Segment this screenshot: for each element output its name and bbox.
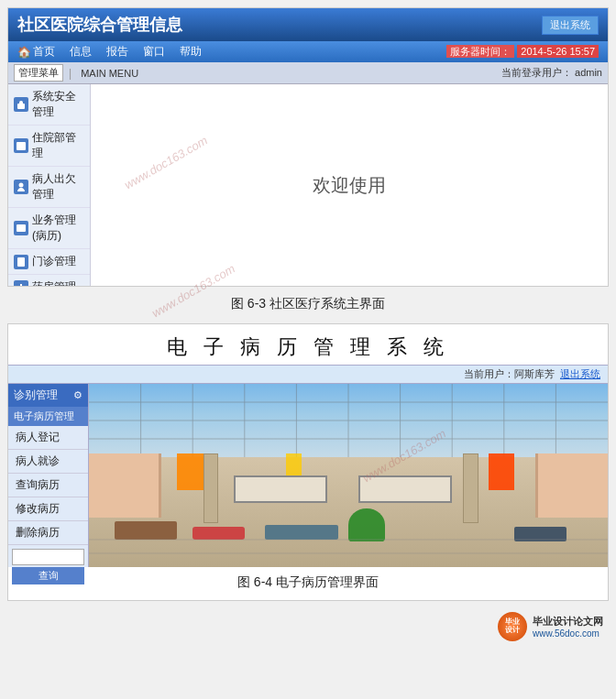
app-sidebar: 系统安全管理 住院部管理 病人出欠管理 业务管理(病历): [8, 84, 91, 286]
svg-rect-3: [16, 224, 26, 232]
sidebar-item-outpatient[interactable]: 门诊管理: [8, 249, 90, 275]
security-icon: [14, 97, 28, 112]
emr-section-header[interactable]: 诊别管理 ⚙: [8, 384, 88, 407]
hospital-interior-image: [89, 384, 608, 567]
emr-item-edit[interactable]: 修改病历: [8, 497, 88, 521]
svg-point-2: [19, 183, 24, 188]
nav-window[interactable]: 窗口: [143, 44, 165, 60]
brand-info: 毕业设计论文网 www.56doc.com: [533, 615, 603, 639]
pharmacy-icon: [14, 280, 28, 287]
sim-right-wall: [535, 453, 608, 518]
app-nav: 🏠 首页 信息 报告 窗口 帮助 服务器时间： 2014-5-26 15:57: [8, 41, 608, 62]
sim-pillar-1: [204, 453, 219, 523]
emr-search-button[interactable]: 查询: [12, 567, 84, 584]
app-title: 社区医院综合管理信息: [17, 14, 182, 36]
sim-left-wall: [89, 453, 161, 518]
emr-sidebar: 诊别管理 ⚙ 电子病历管理 病人登记 病人就诊 查询病历 修改病历 删除病历 查…: [8, 384, 89, 567]
sidebar-item-business[interactable]: 业务管理(病历): [8, 208, 90, 249]
emr-header: 电 子 病 历 管 理 系 统: [8, 324, 608, 365]
sidebar-item-pharmacy[interactable]: 药房管理: [8, 275, 90, 286]
time-value: 2014-5-26 15:57: [517, 45, 599, 58]
current-username: admin: [575, 67, 602, 78]
sidebar-item-admission[interactable]: 病人出欠管理: [8, 167, 90, 208]
emr-main-image: [89, 384, 608, 567]
emr-item-delete[interactable]: 删除病历: [8, 521, 88, 545]
welcome-area: 欢迎使用: [91, 84, 608, 286]
sim-banner-red: [489, 453, 514, 490]
sidebar-item-security[interactable]: 系统安全管理: [8, 84, 90, 126]
caption-2: 图 6-4 电子病历管理界面: [8, 567, 608, 600]
emr-sub-header[interactable]: 电子病历管理: [8, 407, 88, 426]
nav-info[interactable]: 信息: [70, 44, 92, 60]
emr-body: 诊别管理 ⚙ 电子病历管理 病人登记 病人就诊 查询病历 修改病历 删除病历 查…: [8, 384, 608, 567]
sim-pillar-2: [463, 453, 478, 523]
admission-icon: [14, 180, 28, 194]
svg-rect-4: [17, 257, 25, 267]
app-toolbar: 管理菜单 | MAIN MENU 当前登录用户： admin: [8, 62, 608, 84]
toolbar-main[interactable]: MAIN MENU: [77, 67, 142, 80]
welcome-text: 欢迎使用: [313, 173, 386, 198]
nav-help[interactable]: 帮助: [180, 44, 202, 60]
caption-1: 图 6-3 社区医疗系统主界面: [0, 287, 616, 323]
svg-rect-0: [17, 104, 25, 109]
server-time: 服务器时间： 2014-5-26 15:57: [446, 45, 599, 59]
emr-search-wrap: 查询: [8, 545, 88, 588]
emr-logout-link[interactable]: 退出系统: [560, 367, 600, 381]
community-hospital-section: 社区医院综合管理信息 退出系统 🏠 首页 信息 报告 窗口 帮助 服务器时间： …: [7, 7, 609, 287]
brand-logo-text: 毕业设计: [505, 618, 520, 635]
app-header: 社区医院综合管理信息 退出系统: [8, 8, 608, 41]
logout-button[interactable]: 退出系统: [542, 16, 599, 35]
toolbar-separator: |: [69, 67, 72, 80]
emr-section: 电 子 病 历 管 理 系 统 当前用户：阿斯库芳 退出系统 诊别管理 ⚙ 电子…: [7, 323, 609, 601]
sim-panel-1: [234, 475, 327, 503]
toolbar-menu[interactable]: 管理菜单: [14, 64, 63, 82]
emr-search-input[interactable]: [12, 549, 84, 565]
brand-url: www.56doc.com: [533, 628, 603, 639]
outpatient-icon: [14, 255, 28, 269]
emr-current-user: 当前用户：阿斯库芳: [464, 367, 555, 381]
home-icon: 🏠: [17, 46, 31, 59]
nav-home[interactable]: 🏠 首页: [17, 44, 55, 60]
sidebar-item-inpatient[interactable]: 住院部管理: [8, 126, 90, 167]
gear-icon: ⚙: [73, 389, 82, 401]
brand-logo: 毕业设计: [498, 612, 527, 641]
app-body: 系统安全管理 住院部管理 病人出欠管理 业务管理(病历): [8, 84, 608, 286]
emr-item-visit[interactable]: 病人就诊: [8, 450, 88, 474]
emr-nav-bar: 当前用户：阿斯库芳 退出系统: [8, 365, 608, 384]
emr-title: 电 子 病 历 管 理 系 统: [8, 333, 608, 361]
inpatient-icon: [14, 138, 28, 153]
bottom-brand: 毕业设计 毕业设计论文网 www.56doc.com: [0, 608, 616, 647]
emr-item-register[interactable]: 病人登记: [8, 426, 88, 450]
sim-banner-orange: [177, 453, 203, 490]
business-icon: [14, 221, 28, 235]
nav-report[interactable]: 报告: [106, 44, 128, 60]
brand-name: 毕业设计论文网: [533, 615, 603, 628]
emr-item-query[interactable]: 查询病历: [8, 474, 88, 497]
toolbar-user: 当前登录用户： admin: [501, 66, 602, 80]
sim-panel-2: [358, 475, 452, 503]
